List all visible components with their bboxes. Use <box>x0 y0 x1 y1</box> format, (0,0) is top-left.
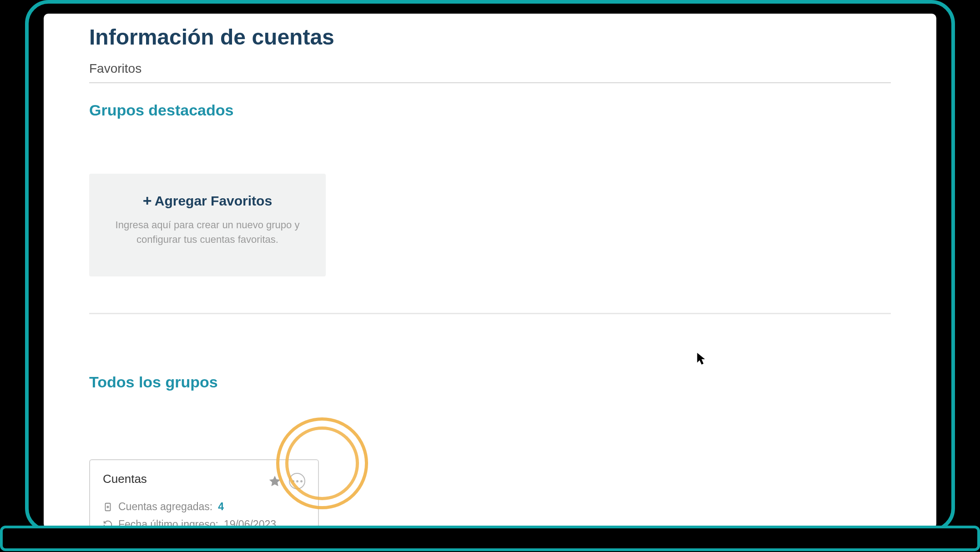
group-accounts-count: 4 <box>218 501 224 513</box>
device-frame: Información de cuentas Favoritos Grupos … <box>25 0 955 532</box>
add-favorites-description: Ingresa aquí para crear un nuevo grupo y… <box>112 218 303 247</box>
add-favorites-title-text: Agregar Favoritos <box>155 193 272 209</box>
group-accounts-row: Cuentas agregadas: 4 <box>103 501 305 513</box>
page-title: Información de cuentas <box>89 25 891 50</box>
tab-favorites[interactable]: Favoritos <box>89 61 141 80</box>
page-content: Información de cuentas Favoritos Grupos … <box>44 14 936 528</box>
add-favorites-card[interactable]: + Agregar Favoritos Ingresa aquí para cr… <box>89 174 326 276</box>
all-groups-heading: Todos los grupos <box>89 373 891 391</box>
app-screen: Información de cuentas Favoritos Grupos … <box>44 14 936 528</box>
plus-icon: + <box>143 192 152 210</box>
group-card-cuentas[interactable]: Cuentas Cuent <box>89 459 319 528</box>
device-base <box>0 526 980 551</box>
featured-groups-heading: Grupos destacados <box>89 101 891 119</box>
group-accounts-label: Cuentas agregadas: <box>118 501 212 513</box>
section-divider <box>89 313 891 314</box>
add-favorites-title: + Agregar Favoritos <box>143 192 272 210</box>
tab-underline <box>89 82 891 83</box>
more-icon[interactable] <box>289 473 305 489</box>
tab-row: Favoritos <box>89 61 891 80</box>
clipboard-icon <box>103 502 113 512</box>
group-card-actions <box>268 473 305 489</box>
star-icon[interactable] <box>268 474 282 488</box>
